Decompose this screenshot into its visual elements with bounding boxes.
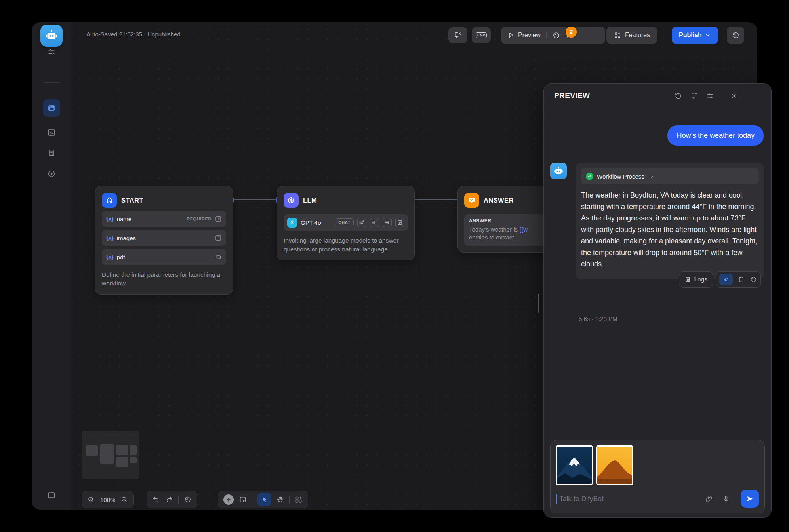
publish-label: Publish xyxy=(679,32,702,39)
sidebar xyxy=(32,22,71,510)
play-icon xyxy=(507,32,515,39)
header-separator xyxy=(496,31,496,38)
add-node-icon[interactable] xyxy=(223,494,234,505)
close-icon[interactable] xyxy=(730,92,738,100)
chevron-down-icon xyxy=(705,32,711,38)
text-input-icon xyxy=(215,215,222,222)
zoom-in-icon[interactable] xyxy=(120,496,128,504)
node-llm[interactable]: LLM ✳ GPT-4o CHAT Invoking large languag… xyxy=(277,186,415,260)
sidebar-item-logs[interactable] xyxy=(43,144,60,162)
node-title: ANSWER xyxy=(484,197,514,204)
node-start[interactable]: START {x} name REQUIRED {x} images {x} p… xyxy=(95,186,233,294)
edge-start-llm xyxy=(233,200,277,200)
autosave-status: Auto-Saved 21:02:35 · Unpublished xyxy=(86,31,181,38)
env-icon[interactable]: ENV xyxy=(472,27,491,43)
robot-icon xyxy=(45,29,58,42)
start-var-pdf[interactable]: {x} pdf xyxy=(102,249,226,265)
version-history-button[interactable] xyxy=(727,27,744,44)
conversation-settings-icon[interactable] xyxy=(706,92,714,100)
mic-icon[interactable] xyxy=(722,495,730,503)
sidebar-item-monitoring[interactable] xyxy=(43,165,60,182)
preview-panel: PREVIEW How's the weather today Workflow… xyxy=(543,83,772,518)
workflow-process-toggle[interactable]: Workflow Process xyxy=(581,168,759,184)
paragraph-icon xyxy=(215,234,222,241)
clear-conversation-icon[interactable] xyxy=(690,92,698,100)
node-start-header: START xyxy=(102,193,226,208)
message-actions: Logs xyxy=(679,271,761,288)
run-history-icon[interactable] xyxy=(552,31,560,40)
pointer-tool-icon[interactable] xyxy=(257,493,271,506)
checklist-button[interactable]: 2 xyxy=(566,31,574,40)
add-note-icon[interactable] xyxy=(239,496,247,504)
home-icon xyxy=(102,193,117,208)
group-separator xyxy=(546,32,547,39)
sidebar-item-orchestrate[interactable] xyxy=(43,99,60,117)
undo-icon[interactable] xyxy=(152,496,160,504)
publish-button[interactable]: Publish xyxy=(672,27,718,44)
preview-title: PREVIEW xyxy=(554,91,590,100)
preview-header: PREVIEW xyxy=(544,84,771,108)
speaker-icon[interactable] xyxy=(719,274,733,285)
checklist-badge: 2 xyxy=(566,27,577,38)
chat-input-box xyxy=(550,440,765,513)
paperclip-icon[interactable] xyxy=(705,495,713,503)
change-history-icon[interactable] xyxy=(184,496,192,504)
node-description: Define the initial parameters for launch… xyxy=(102,270,226,288)
video-icon xyxy=(383,218,392,227)
audio-icon xyxy=(370,218,379,227)
node-title: START xyxy=(121,197,143,204)
preview-label: Preview xyxy=(518,32,541,39)
chat-mode-badge: CHAT xyxy=(335,218,354,226)
minimap[interactable] xyxy=(82,431,139,479)
success-check-icon xyxy=(586,173,593,180)
restart-icon[interactable] xyxy=(674,92,682,100)
node-llm-header: LLM xyxy=(284,193,408,208)
features-icon xyxy=(614,31,621,39)
send-button[interactable] xyxy=(741,490,759,508)
required-badge: REQUIRED xyxy=(187,217,212,221)
hand-tool-icon[interactable] xyxy=(276,496,284,504)
image-thumbnail-mountain-night[interactable] xyxy=(556,445,593,485)
document-icon xyxy=(395,218,404,227)
start-var-images[interactable]: {x} images xyxy=(102,230,226,246)
answer-text-before: Today’s weather is xyxy=(469,226,519,233)
clipboard-icon[interactable] xyxy=(738,276,745,283)
chat-input[interactable] xyxy=(559,495,705,503)
logs-button[interactable]: Logs xyxy=(679,271,713,288)
preview-group: Preview 2 xyxy=(501,27,605,44)
answer-bubble-icon xyxy=(464,193,479,208)
bot-message-bubble: Workflow Process The weather in Boydton,… xyxy=(576,163,764,279)
sidebar-divider xyxy=(44,82,59,83)
vision-icon xyxy=(357,218,366,227)
collapse-panel-icon[interactable] xyxy=(43,486,60,504)
brain-icon xyxy=(284,193,299,208)
clear-chat-icon[interactable] xyxy=(448,27,467,43)
workflow-process-label: Workflow Process xyxy=(597,173,644,180)
message-meta: 5.6s · 1:20 PM xyxy=(579,315,617,322)
model-name: GPT-4o xyxy=(301,219,321,226)
zoom-level[interactable]: 100% xyxy=(100,496,115,503)
zoom-controls: 100% xyxy=(82,491,134,508)
variable-token: {x} xyxy=(106,254,114,260)
panel-resize-handle[interactable] xyxy=(538,294,539,313)
history-controls xyxy=(147,491,197,508)
node-description: Invoking large language models to answer… xyxy=(284,236,408,254)
bot-message-text: The weather in Boydton, VA today is clea… xyxy=(581,190,759,270)
start-var-name[interactable]: {x} name REQUIRED xyxy=(102,211,226,227)
regenerate-icon[interactable] xyxy=(750,276,757,283)
env-label: ENV xyxy=(476,32,487,38)
features-label: Features xyxy=(625,32,650,39)
organize-icon[interactable] xyxy=(295,496,303,504)
zoom-out-icon[interactable] xyxy=(87,496,95,504)
run-preview-button[interactable]: Preview xyxy=(507,32,541,39)
tools-icon[interactable] xyxy=(43,43,60,61)
image-thumbnail-mountain-sunset[interactable] xyxy=(596,445,633,485)
variable-name: images xyxy=(117,235,136,241)
model-selector[interactable]: ✳ GPT-4o CHAT xyxy=(284,214,408,231)
edge-llm-answer xyxy=(415,200,457,200)
sidebar-item-terminal[interactable] xyxy=(43,124,60,141)
features-button[interactable]: Features xyxy=(606,27,657,44)
redo-icon[interactable] xyxy=(165,496,173,504)
copy-icon xyxy=(215,253,222,260)
bot-avatar xyxy=(550,163,567,179)
